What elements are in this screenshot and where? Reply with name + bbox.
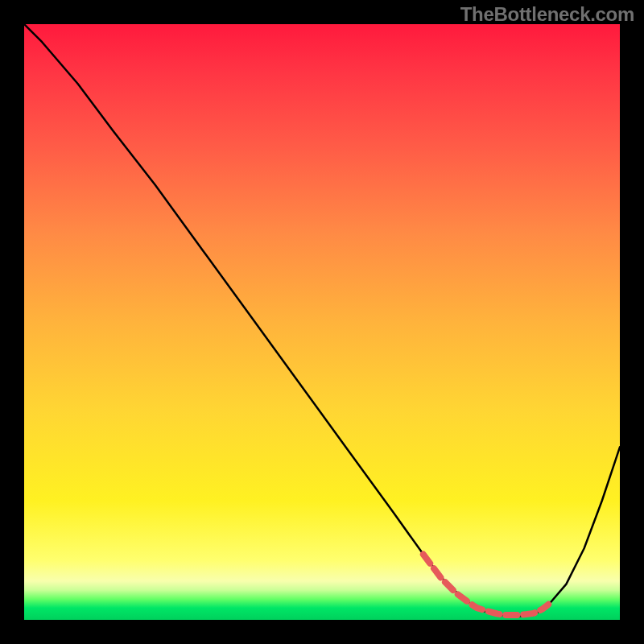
chart-container: TheBottleneck.com	[0, 0, 644, 644]
chart-plot-area	[24, 24, 620, 620]
black-curve-path	[24, 24, 620, 617]
red-segment-path	[423, 555, 548, 615]
chart-svg	[24, 24, 620, 620]
watermark-text: TheBottleneck.com	[460, 3, 634, 26]
